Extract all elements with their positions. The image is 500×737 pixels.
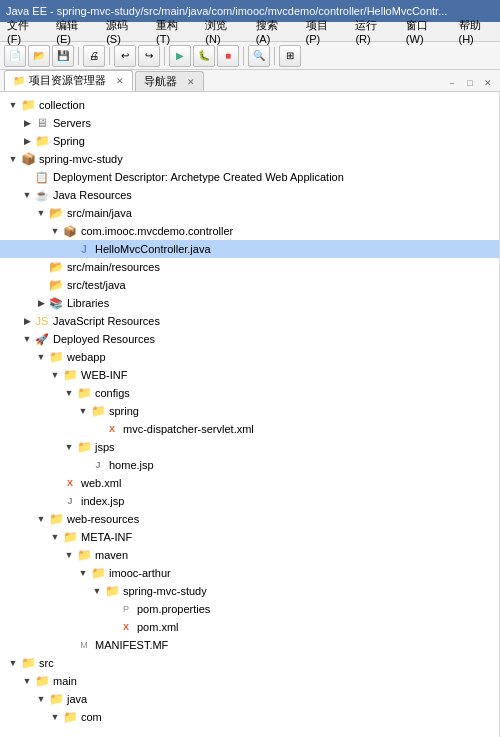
tree-item-servers[interactable]: 🖥 Servers	[0, 114, 499, 132]
label-deployed-resources: Deployed Resources	[53, 333, 155, 345]
arrow-web-inf[interactable]	[48, 368, 62, 382]
tree-item-com-folder[interactable]: 📁 com	[0, 708, 499, 726]
label-imooc-arthur: imooc-arthur	[109, 567, 171, 579]
tree-item-hello-mvc[interactable]: J HelloMvcController.java	[0, 240, 499, 258]
tree-item-configs[interactable]: 📁 configs	[0, 384, 499, 402]
tree-item-index-jsp[interactable]: J index.jsp	[0, 492, 499, 510]
tree-item-src-main-resources[interactable]: 📂 src/main/resources	[0, 258, 499, 276]
toolbar-new[interactable]: 📄	[4, 45, 26, 67]
arrow-libraries[interactable]	[34, 296, 48, 310]
tree-item-java-resources[interactable]: ☕ Java Resources	[0, 186, 499, 204]
toolbar-open[interactable]: 📂	[28, 45, 50, 67]
tree-item-mvc-dispatcher[interactable]: X mvc-dispatcher-servlet.xml	[0, 420, 499, 438]
tree-item-main-folder[interactable]: 📁 main	[0, 672, 499, 690]
arrow-servers[interactable]	[20, 116, 34, 130]
arrow-jsps[interactable]	[62, 440, 76, 454]
arrow-spring-mvc-study[interactable]	[6, 152, 20, 166]
menu-project[interactable]: 项目(P)	[303, 17, 343, 46]
menu-source[interactable]: 源码(S)	[103, 17, 143, 46]
tree-item-src-main-java[interactable]: 📂 src/main/java	[0, 204, 499, 222]
toolbar-undo[interactable]: ↩	[114, 45, 136, 67]
tree-item-java-folder[interactable]: 📁 java	[0, 690, 499, 708]
tab-navigator-close-icon[interactable]: ✕	[187, 77, 195, 87]
tree-item-src-folder[interactable]: 📁 src	[0, 654, 499, 672]
tree-item-web-resources[interactable]: 📁 web-resources	[0, 510, 499, 528]
tree-item-pom-xml[interactable]: X pom.xml	[0, 618, 499, 636]
tree-item-spring-mvc-study-folder[interactable]: 📁 spring-mvc-study	[0, 582, 499, 600]
menu-search[interactable]: 搜索(A)	[253, 17, 293, 46]
icon-index-jsp: J	[62, 493, 78, 509]
tree-item-webapp[interactable]: 📁 webapp	[0, 348, 499, 366]
icon-com-imooc: 📦	[62, 223, 78, 239]
tree-item-deployment-descriptor[interactable]: 📋 Deployment Descriptor: Archetype Creat…	[0, 168, 499, 186]
arrow-meta-inf[interactable]	[48, 530, 62, 544]
toolbar-debug[interactable]: 🐛	[193, 45, 215, 67]
arrow-spring-folder[interactable]	[76, 404, 90, 418]
label-deployment-descriptor: Deployment Descriptor: Archetype Created…	[53, 171, 344, 183]
arrow-com-imooc[interactable]	[48, 224, 62, 238]
toolbar-save[interactable]: 💾	[52, 45, 74, 67]
arrow-spring[interactable]	[20, 134, 34, 148]
tree-item-com-imooc[interactable]: 📦 com.imooc.mvcdemo.controller	[0, 222, 499, 240]
arrow-src-main-java[interactable]	[34, 206, 48, 220]
tab-project-explorer[interactable]: 📁 项目资源管理器 ✕	[4, 70, 133, 91]
menu-file[interactable]: 文件(F)	[4, 17, 43, 46]
label-src-main-java: src/main/java	[67, 207, 132, 219]
tree-item-js-resources[interactable]: JS JavaScript Resources	[0, 312, 499, 330]
tab-toolbar-minimize[interactable]: −	[444, 75, 460, 91]
tab-toolbar-close[interactable]: ✕	[480, 75, 496, 91]
tree-item-collection[interactable]: 📁 collection	[0, 96, 499, 114]
arrow-maven[interactable]	[62, 548, 76, 562]
arrow-main-folder[interactable]	[20, 674, 34, 688]
arrow-web-resources[interactable]	[34, 512, 48, 526]
tab-toolbar-maximize[interactable]: □	[462, 75, 478, 91]
tree-panel[interactable]: 📁 collection 🖥 Servers 📁 Spring 📦 spring…	[0, 92, 500, 737]
tab-navigator[interactable]: 导航器 ✕	[135, 71, 204, 91]
toolbar-perspective[interactable]: ⊞	[279, 45, 301, 67]
tree-item-deployed-resources[interactable]: 🚀 Deployed Resources	[0, 330, 499, 348]
arrow-js-resources[interactable]	[20, 314, 34, 328]
toolbar-print[interactable]: 🖨	[83, 45, 105, 67]
arrow-java-resources[interactable]	[20, 188, 34, 202]
tree-item-spring[interactable]: 📁 Spring	[0, 132, 499, 150]
arrow-webapp[interactable]	[34, 350, 48, 364]
arrow-src-folder[interactable]	[6, 656, 20, 670]
arrow-imooc-arthur[interactable]	[76, 566, 90, 580]
menu-navigate[interactable]: 浏览(N)	[202, 17, 242, 46]
toolbar-run[interactable]: ▶	[169, 45, 191, 67]
tab-close-icon[interactable]: ✕	[116, 76, 124, 86]
arrow-com-folder[interactable]	[48, 710, 62, 724]
tree-item-pom-properties[interactable]: P pom.properties	[0, 600, 499, 618]
toolbar-stop[interactable]: ■	[217, 45, 239, 67]
tree-item-libraries[interactable]: 📚 Libraries	[0, 294, 499, 312]
label-com-folder: com	[81, 711, 102, 723]
menu-edit[interactable]: 编辑(E)	[53, 17, 93, 46]
arrow-collection[interactable]	[6, 98, 20, 112]
menu-run[interactable]: 运行(R)	[352, 17, 392, 46]
tree-item-jsps[interactable]: 📁 jsps	[0, 438, 499, 456]
toolbar-search[interactable]: 🔍	[248, 45, 270, 67]
label-js-resources: JavaScript Resources	[53, 315, 160, 327]
tree-item-maven[interactable]: 📁 maven	[0, 546, 499, 564]
arrow-java-folder[interactable]	[34, 692, 48, 706]
tree-item-manifest-mf[interactable]: M MANIFEST.MF	[0, 636, 499, 654]
icon-java-resources: ☕	[34, 187, 50, 203]
tree-item-imooc-arthur[interactable]: 📁 imooc-arthur	[0, 564, 499, 582]
toolbar-redo[interactable]: ↪	[138, 45, 160, 67]
tree-item-web-xml[interactable]: X web.xml	[0, 474, 499, 492]
arrow-spring-mvc-study-folder[interactable]	[90, 584, 104, 598]
tree-item-web-inf[interactable]: 📁 WEB-INF	[0, 366, 499, 384]
toolbar-sep1	[78, 47, 79, 65]
arrow-configs[interactable]	[62, 386, 76, 400]
tree-item-spring-mvc-study[interactable]: 📦 spring-mvc-study	[0, 150, 499, 168]
menu-help[interactable]: 帮助(H)	[456, 17, 496, 46]
menu-refactor[interactable]: 重构(T)	[153, 17, 192, 46]
tree-item-spring-folder[interactable]: 📁 spring	[0, 402, 499, 420]
label-webapp: webapp	[67, 351, 106, 363]
tree-item-src-test-java[interactable]: 📂 src/test/java	[0, 276, 499, 294]
label-main-folder: main	[53, 675, 77, 687]
arrow-deployed-resources[interactable]	[20, 332, 34, 346]
tree-item-meta-inf[interactable]: 📁 META-INF	[0, 528, 499, 546]
tree-item-home-jsp[interactable]: J home.jsp	[0, 456, 499, 474]
menu-window[interactable]: 窗口(W)	[403, 17, 446, 46]
